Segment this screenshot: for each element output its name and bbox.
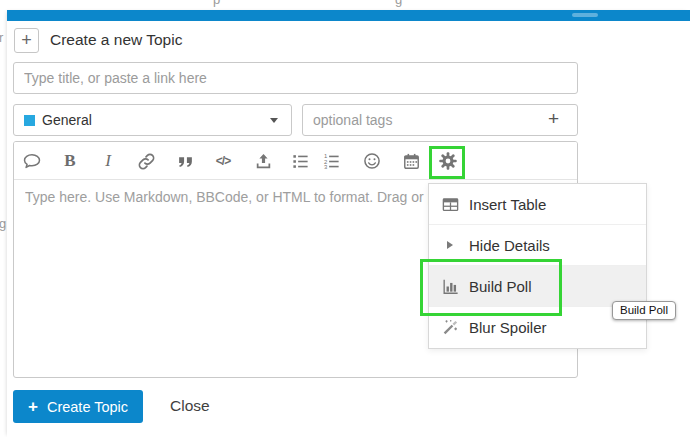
- caret-right-icon: [439, 241, 461, 249]
- plus-icon: +: [28, 398, 38, 415]
- background-text-fragment: r: [0, 30, 3, 45]
- code-icon: </>: [216, 154, 230, 168]
- close-link[interactable]: Close: [170, 397, 210, 415]
- italic-icon: I: [105, 151, 111, 171]
- gear-highlight-box: [429, 146, 465, 179]
- category-label: General: [42, 112, 92, 128]
- link-icon: [137, 152, 156, 171]
- topic-title-input[interactable]: [13, 62, 578, 94]
- create-topic-label: Create Topic: [47, 399, 128, 415]
- insert-date-button[interactable]: [399, 149, 423, 173]
- blockquote-icon: [177, 153, 194, 170]
- bullet-list-icon: [291, 152, 310, 171]
- menu-item-label: Insert Table: [469, 196, 546, 213]
- build-poll-tooltip: Build Poll: [612, 301, 676, 320]
- numbered-list-button[interactable]: 1 2 3: [319, 149, 343, 173]
- menu-item-label: Blur Spoiler: [469, 319, 547, 336]
- background-text-fragment: g: [395, 0, 402, 7]
- editor-toolbar: B I </>: [14, 142, 577, 180]
- emoji-icon: [362, 151, 382, 171]
- composer-title: Create a new Topic: [50, 31, 182, 49]
- blockquote-button[interactable]: [173, 149, 197, 173]
- wand-icon: [439, 318, 461, 337]
- create-topic-button[interactable]: + Create Topic: [13, 390, 143, 423]
- add-tag-plus-icon[interactable]: +: [548, 108, 559, 130]
- tags-input[interactable]: [302, 104, 578, 136]
- emoji-button[interactable]: [360, 149, 384, 173]
- category-color-swatch: [24, 115, 35, 126]
- menu-item-insert-table[interactable]: Insert Table: [429, 184, 646, 225]
- upload-icon: [254, 152, 273, 171]
- bulleted-list-button[interactable]: [288, 149, 312, 173]
- background-text-fragment: p: [213, 0, 220, 7]
- hyperlink-button[interactable]: [134, 149, 158, 173]
- bold-icon: B: [64, 151, 75, 171]
- category-select[interactable]: General: [13, 104, 292, 136]
- svg-text:3: 3: [323, 164, 327, 170]
- composer-drag-handle[interactable]: [572, 13, 598, 17]
- new-topic-plus-icon: +: [14, 28, 39, 53]
- chevron-down-icon: [270, 118, 278, 123]
- bold-button[interactable]: B: [58, 149, 82, 173]
- upload-button[interactable]: [251, 149, 275, 173]
- menu-item-label: Hide Details: [469, 237, 550, 254]
- build-poll-highlight-box: [420, 259, 562, 316]
- comment-icon: [22, 151, 42, 171]
- italic-button[interactable]: I: [96, 149, 120, 173]
- numbered-list-icon: 1 2 3: [322, 152, 341, 171]
- calendar-icon: [402, 152, 421, 171]
- table-icon: [439, 195, 461, 214]
- code-button[interactable]: </>: [211, 149, 235, 173]
- quote-whole-post-button[interactable]: [20, 149, 44, 173]
- background-text-fragment: g: [0, 216, 6, 231]
